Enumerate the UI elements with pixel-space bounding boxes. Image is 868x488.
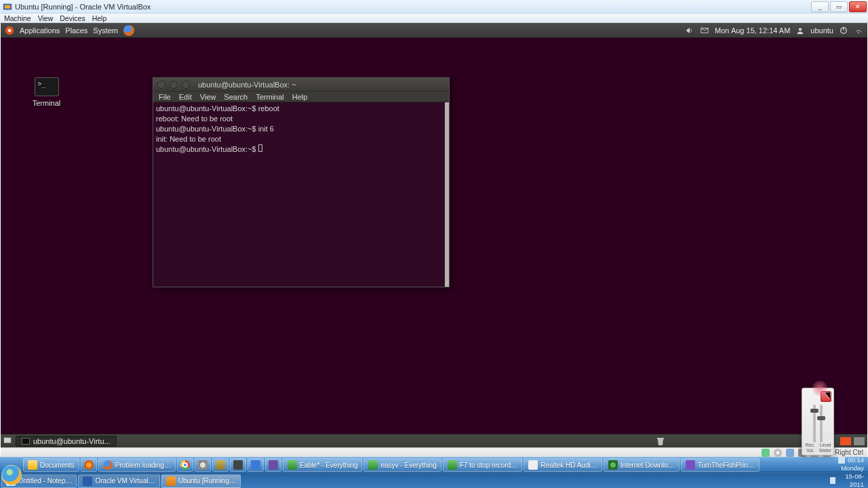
system-tray[interactable]: 00:14 Monday 15-08-2011	[830, 458, 867, 487]
guest-desktop[interactable]: Terminal ubuntu@ubuntu-VirtualBox: ~ Fil…	[1, 38, 867, 434]
menu-places[interactable]: Places	[65, 26, 87, 35]
fish-icon	[686, 460, 695, 470]
task-terminal-icon	[22, 438, 30, 445]
task-everything2[interactable]: easyv - Everything	[363, 458, 441, 472]
firefox-launcher-icon[interactable]	[123, 25, 134, 36]
task-motion[interactable]	[195, 458, 211, 472]
task-wmp[interactable]	[81, 458, 97, 472]
task-bit[interactable]	[212, 458, 229, 472]
task-everything1[interactable]: Eable* - Everything	[283, 458, 363, 472]
vb-optical-icon[interactable]	[774, 449, 782, 457]
maximize-button[interactable]: ▭	[830, 1, 848, 12]
svg-point-3	[8, 28, 11, 31]
terminal-title: ubuntu@ubuntu-VirtualBox: ~	[198, 81, 296, 89]
start-button[interactable]	[1, 465, 22, 485]
terminal-titlebar[interactable]: ubuntu@ubuntu-VirtualBox: ~	[153, 78, 449, 92]
menu-machine[interactable]: Machine	[4, 14, 31, 22]
close-button[interactable]: ✕	[849, 1, 867, 12]
desktop-terminal-launcher[interactable]: Terminal	[28, 77, 65, 107]
vb-network-icon[interactable]	[786, 449, 794, 457]
task-firefox[interactable]: Problem loading…	[98, 458, 176, 472]
terminal-close-icon[interactable]	[157, 81, 165, 89]
motion-icon	[198, 460, 208, 470]
workspace-1[interactable]	[840, 437, 851, 445]
show-desktop-icon[interactable]	[3, 436, 12, 446]
task-vm-running[interactable]: Ubuntu [Running…	[161, 474, 241, 488]
virtualbox-task-icon	[83, 476, 92, 486]
terminal-window[interactable]: ubuntu@ubuntu-VirtualBox: ~ File Edit Vi…	[153, 77, 450, 287]
term-menu-terminal[interactable]: Terminal	[256, 93, 284, 101]
minimize-button[interactable]: _	[811, 1, 829, 12]
trash-icon[interactable]	[656, 436, 665, 446]
svg-rect-9	[4, 437, 11, 443]
firefox-icon	[103, 460, 113, 470]
purple-icon	[269, 460, 278, 470]
menu-system[interactable]: System	[93, 26, 118, 35]
svg-rect-1	[5, 5, 11, 8]
rec-label-meter: Meter	[818, 448, 832, 453]
term-menu-file[interactable]: File	[159, 93, 171, 101]
term-menu-view[interactable]: View	[200, 93, 216, 101]
recorder-level-slider[interactable]	[820, 405, 823, 443]
network-icon[interactable]	[854, 26, 863, 35]
recorder-icon	[448, 460, 457, 470]
terminal-menubar: File Edit View Search Terminal Help	[153, 92, 449, 102]
guest-display: Applications Places System Mon Aug 15, 1…	[1, 23, 867, 447]
menu-applications[interactable]: Applications	[20, 26, 60, 35]
rec-label-vol: Vol.	[804, 448, 817, 453]
term-menu-edit[interactable]: Edit	[179, 93, 192, 101]
idm-icon	[608, 460, 618, 470]
svg-rect-10	[657, 438, 664, 439]
menu-view[interactable]: View	[38, 14, 54, 22]
clock-datetime[interactable]: Mon Aug 15, 12:14 AM	[715, 26, 790, 35]
chrome-icon	[180, 460, 190, 470]
task-fish[interactable]: TurnTheFishPrin…	[681, 458, 760, 472]
task-documents[interactable]: Documents	[23, 458, 79, 472]
virtualbox-statusbar: Right Ctrl	[1, 447, 867, 457]
tray-date: 15-08-2011	[838, 472, 864, 488]
ubuntu-logo-icon[interactable]	[5, 26, 14, 35]
terminal-body[interactable]: ubuntu@ubuntu-VirtualBox:~$ reboot reboo…	[153, 102, 445, 287]
terminal-minimize-icon[interactable]	[170, 81, 178, 89]
task-amd[interactable]	[230, 458, 246, 472]
gnome-top-panel: Applications Places System Mon Aug 15, 1…	[1, 23, 867, 38]
taskbar-terminal-entry[interactable]: ubuntu@ubuntu-Virtu...	[16, 436, 117, 447]
virtualbox-icon	[3, 2, 12, 12]
term-menu-help[interactable]: Help	[292, 93, 308, 101]
mail-icon[interactable]	[700, 26, 709, 35]
task-recorder[interactable]: F7 to stop record…	[443, 458, 523, 472]
everything-icon	[288, 460, 297, 470]
terminal-maximize-icon[interactable]	[182, 81, 190, 89]
recorder-vol-slider[interactable]	[813, 405, 816, 443]
amd-icon	[233, 460, 243, 470]
user-icon[interactable]	[795, 26, 805, 35]
gnome-bottom-panel: ubuntu@ubuntu-Virtu...	[1, 434, 867, 447]
task-purple[interactable]	[265, 458, 281, 472]
term-menu-search[interactable]: Search	[224, 93, 248, 101]
user-name[interactable]: ubuntu	[810, 26, 833, 35]
terminal-scrollbar[interactable]	[445, 102, 449, 287]
term-line: ubuntu@ubuntu-VirtualBox:~$ reboot	[156, 104, 279, 113]
term-line: ubuntu@ubuntu-VirtualBox:~$	[156, 145, 258, 153]
terminal-cursor	[258, 144, 262, 152]
workspace-2[interactable]	[854, 437, 865, 445]
menu-devices[interactable]: Devices	[60, 14, 85, 22]
task-idm[interactable]: Internet Downlo…	[604, 458, 679, 472]
rec-label-rec: Rec.	[804, 443, 817, 448]
virtualbox-titlebar[interactable]: Ubuntu [Running] - Oracle VM VirtualBox …	[0, 0, 868, 14]
tray-icon[interactable]	[838, 457, 845, 464]
daemon-icon	[251, 460, 260, 470]
task-virtualbox[interactable]: Oracle VM Virtual…	[78, 474, 159, 488]
task-daemon[interactable]	[248, 458, 264, 472]
virtualbox-window: Ubuntu [Running] - Oracle VM VirtualBox …	[0, 0, 868, 488]
virtualbox-title: Ubuntu [Running] - Oracle VM VirtualBox	[15, 3, 151, 11]
task-terminal-label: ubuntu@ubuntu-Virtu...	[33, 437, 111, 445]
volume-icon[interactable]	[685, 26, 694, 35]
power-icon[interactable]	[839, 26, 848, 35]
task-chrome[interactable]	[177, 458, 193, 472]
vb-harddisk-icon[interactable]	[762, 449, 770, 457]
term-line: reboot: Need to be root	[156, 115, 233, 123]
menu-help[interactable]: Help	[92, 14, 107, 22]
task-realtek[interactable]: Realtek HD Audi…	[524, 458, 601, 472]
tray-volume-icon[interactable]	[830, 477, 835, 484]
